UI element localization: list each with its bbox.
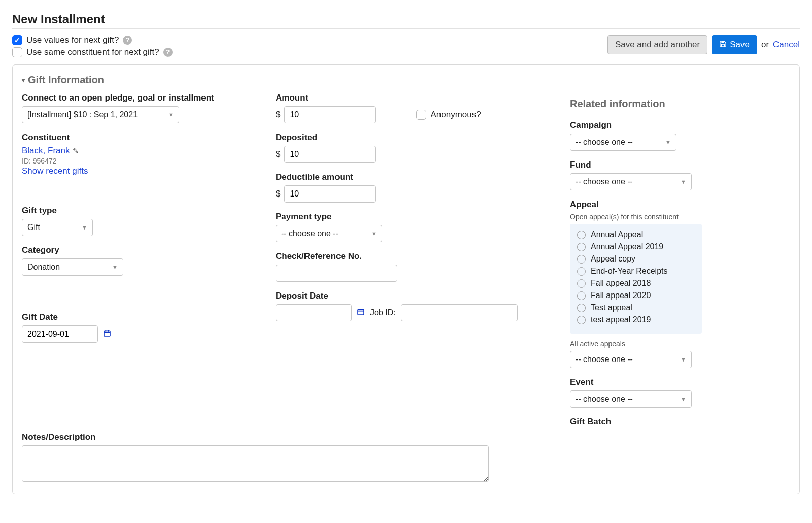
gift-type-value: Gift	[27, 223, 40, 232]
save-button[interactable]: Save	[712, 35, 757, 54]
use-same-constituent-label: Use same constituent for next gift?	[26, 47, 159, 57]
deposited-label: Deposited	[276, 133, 529, 143]
all-active-appeals-value: -- choose one --	[576, 355, 633, 364]
appeal-option[interactable]: Annual Appeal 2019	[577, 242, 695, 251]
appeal-list: Annual AppealAnnual Appeal 2019Appeal co…	[570, 224, 702, 334]
appeal-option[interactable]: End-of-Year Receipts	[577, 267, 695, 276]
deposit-date-label: Deposit Date	[276, 291, 529, 301]
help-icon[interactable]: ?	[163, 48, 173, 57]
related-info-title: Related information	[570, 98, 790, 110]
use-values-next-checkbox[interactable]: ✓	[12, 35, 22, 45]
event-select[interactable]: -- choose one -- ▼	[570, 390, 692, 408]
help-icon[interactable]: ?	[123, 36, 132, 45]
notes-label: Notes/Description	[22, 432, 790, 442]
svg-rect-2	[104, 331, 110, 336]
radio-icon	[577, 255, 586, 264]
radio-icon	[577, 267, 586, 276]
pencil-icon[interactable]: ✎	[73, 147, 79, 155]
category-value: Donation	[27, 263, 60, 272]
radio-icon	[577, 304, 586, 312]
save-add-another-button[interactable]: Save and add another	[607, 35, 707, 54]
caret-down-icon: ▼	[371, 231, 377, 237]
radio-icon	[577, 316, 586, 324]
check-ref-label: Check/Reference No.	[276, 251, 529, 262]
appeal-option[interactable]: Annual Appeal	[577, 230, 695, 239]
payment-type-select[interactable]: -- choose one -- ▼	[276, 225, 382, 242]
event-value: -- choose one --	[576, 395, 633, 404]
appeal-option-label: Fall appeal 2020	[591, 291, 651, 300]
svg-rect-3	[358, 309, 364, 315]
category-select[interactable]: Donation ▼	[22, 258, 123, 276]
save-button-label: Save	[730, 40, 750, 50]
gift-type-label: Gift type	[22, 206, 255, 216]
svg-rect-1	[722, 44, 725, 47]
gift-date-input[interactable]	[22, 325, 98, 343]
fund-value: -- choose one --	[576, 177, 633, 186]
connect-pledge-value: [Installment] $10 : Sep 1, 2021	[27, 110, 138, 119]
anonymous-label: Anonymous?	[430, 110, 481, 120]
all-active-appeals-select[interactable]: -- choose one -- ▼	[570, 351, 692, 368]
gift-date-label: Gift Date	[22, 312, 255, 322]
use-same-constituent-checkbox[interactable]	[12, 47, 22, 57]
calendar-icon[interactable]	[103, 329, 111, 339]
event-label: Event	[570, 377, 790, 387]
payment-type-value: -- choose one --	[281, 229, 339, 238]
appeal-option[interactable]: Fall appeal 2018	[577, 279, 695, 288]
amount-label: Amount	[276, 93, 529, 103]
appeal-option-label: test appeal 2019	[591, 315, 651, 324]
page-title: New Installment	[12, 12, 800, 26]
radio-icon	[577, 231, 586, 239]
caret-down-icon: ▼	[168, 112, 174, 118]
radio-icon	[577, 279, 586, 288]
appeal-option-label: End-of-Year Receipts	[591, 267, 668, 276]
gift-info-card: ▾ Gift Information Connect to an open pl…	[12, 64, 800, 494]
cancel-link[interactable]: Cancel	[773, 40, 800, 50]
calendar-icon[interactable]	[357, 308, 365, 318]
appeal-option[interactable]: Fall appeal 2020	[577, 291, 695, 300]
gift-type-select[interactable]: Gift ▼	[22, 219, 93, 236]
appeal-option-label: Annual Appeal 2019	[591, 242, 663, 251]
title-divider	[12, 28, 800, 29]
currency-symbol: $	[276, 189, 280, 199]
caret-down-icon: ▼	[112, 264, 118, 270]
constituent-link[interactable]: Black, Frank	[22, 146, 70, 156]
caret-down-icon: ▼	[82, 224, 87, 231]
amount-input[interactable]	[284, 106, 376, 123]
all-active-appeals-subtext: All active appeals	[570, 340, 790, 348]
notes-textarea[interactable]	[22, 445, 489, 482]
deposit-date-input[interactable]	[276, 304, 352, 321]
appeal-label: Appeal	[570, 200, 790, 210]
anonymous-checkbox[interactable]	[416, 110, 426, 120]
floppy-icon	[719, 40, 727, 49]
fund-label: Fund	[570, 160, 790, 170]
appeal-option[interactable]: Appeal copy	[577, 254, 695, 264]
show-recent-gifts-link[interactable]: Show recent gifts	[22, 166, 88, 176]
caret-down-icon: ▼	[681, 356, 686, 363]
check-ref-input[interactable]	[276, 265, 397, 282]
radio-icon	[577, 243, 586, 251]
deposited-input[interactable]	[284, 146, 376, 163]
appeal-option[interactable]: Test appeal	[577, 303, 695, 312]
job-id-label: Job ID:	[370, 308, 396, 317]
currency-symbol: $	[276, 149, 280, 159]
deductible-input[interactable]	[284, 185, 376, 203]
connect-pledge-select[interactable]: [Installment] $10 : Sep 1, 2021 ▼	[22, 106, 179, 123]
appeal-option[interactable]: test appeal 2019	[577, 315, 695, 324]
campaign-value: -- choose one --	[576, 138, 633, 147]
fund-select[interactable]: -- choose one -- ▼	[570, 173, 692, 190]
appeal-option-label: Fall appeal 2018	[591, 279, 651, 288]
campaign-label: Campaign	[570, 120, 790, 130]
caret-down-icon: ▼	[681, 396, 686, 402]
appeal-option-label: Test appeal	[591, 303, 632, 312]
constituent-id: ID: 956472	[22, 157, 255, 165]
payment-type-label: Payment type	[276, 212, 529, 222]
radio-icon	[577, 291, 586, 300]
job-id-input[interactable]	[401, 304, 518, 321]
connect-pledge-label: Connect to an open pledge, goal or insta…	[22, 93, 255, 103]
appeal-option-label: Annual Appeal	[591, 230, 643, 239]
campaign-select[interactable]: -- choose one -- ▼	[570, 134, 676, 151]
gift-batch-label: Gift Batch	[570, 417, 790, 427]
open-appeals-subtext: Open appeal(s) for this constituent	[570, 213, 790, 221]
caret-down-icon: ▼	[665, 139, 671, 145]
gift-info-toggle[interactable]: ▾ Gift Information	[22, 74, 790, 86]
